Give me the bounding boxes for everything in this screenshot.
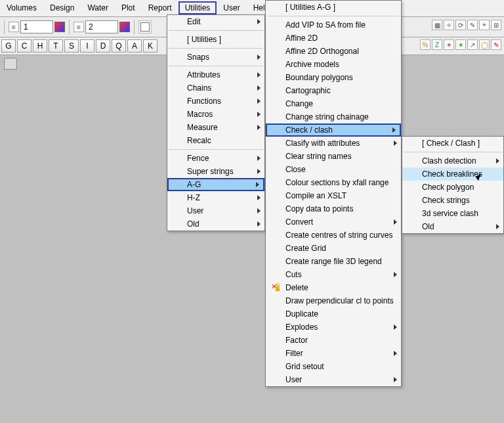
menu-item[interactable]: Factor	[266, 334, 401, 347]
toolbar-input-2[interactable]	[85, 20, 118, 33]
key-a[interactable]: A	[127, 39, 142, 53]
menu-item[interactable]: Colour sections by xfall range	[266, 176, 401, 189]
menu-item[interactable]: Change string chainage	[266, 110, 401, 123]
tool-icon[interactable]: ⌖	[479, 20, 490, 30]
menu-item[interactable]: Old	[167, 217, 264, 231]
menu-item[interactable]: Snaps	[167, 51, 264, 64]
menu-water[interactable]: Water	[81, 1, 115, 14]
menu-item[interactable]: Duplicate	[266, 307, 401, 321]
menu-item[interactable]: Archive models	[266, 58, 401, 71]
menu-item[interactable]: 3d service clash	[402, 207, 503, 220]
layer-icon-2[interactable]: ≡	[74, 22, 84, 32]
key-g[interactable]: G	[1, 39, 16, 53]
key-k[interactable]: K	[143, 39, 158, 53]
menu-item[interactable]: User	[167, 204, 264, 217]
toolbar-btn[interactable]	[138, 20, 152, 33]
menu-item[interactable]: Functions	[167, 95, 264, 108]
menu-item[interactable]: Check polygon	[402, 181, 503, 194]
key-q[interactable]: Q	[112, 39, 126, 53]
tool-icon[interactable]: ✎	[467, 20, 478, 30]
tool-icon[interactable]: ◯	[479, 39, 490, 50]
tool-icon[interactable]: ▦	[432, 20, 442, 30]
view-tab[interactable]	[4, 58, 17, 70]
menu-item[interactable]: Check strings	[402, 194, 503, 207]
menu-item-label: Colour sections by xfall range	[285, 178, 388, 187]
menu-volumes[interactable]: Volumes	[0, 1, 43, 14]
menu-item[interactable]: [ Utilities A-G ]	[266, 1, 401, 14]
menu-item-label: Copy data to points	[285, 204, 353, 213]
menu-item[interactable]: Create Grid	[266, 242, 401, 255]
tool-icon[interactable]: ⊞	[491, 20, 501, 30]
menu-report[interactable]: Report	[142, 1, 178, 14]
menu-item-label: Compile an XSLT	[285, 191, 346, 200]
menu-item[interactable]: Clasify with attributes	[266, 137, 401, 150]
menu-item[interactable]: Fence	[167, 152, 264, 165]
menu-item[interactable]: Explodes	[266, 321, 401, 334]
menu-plot[interactable]: Plot	[115, 1, 142, 14]
menu-item-label: User	[187, 206, 203, 215]
toolbar-input-1[interactable]	[20, 20, 53, 33]
menu-user[interactable]: User	[217, 1, 246, 14]
menu-item[interactable]: Add VIP to SA from file	[266, 18, 401, 32]
menu-item[interactable]: Change	[266, 97, 401, 110]
menu-item[interactable]: Clear string names	[266, 150, 401, 163]
menu-item[interactable]: Clash detection	[402, 154, 503, 167]
key-h[interactable]: H	[33, 39, 47, 53]
menu-item[interactable]: Affine 2D	[266, 32, 401, 45]
menu-item-label: Create Grid	[285, 244, 326, 253]
tool-icon[interactable]: ✶	[444, 39, 454, 50]
menu-item[interactable]: Cuts	[266, 268, 401, 281]
tool-icon[interactable]: ⟳	[455, 20, 466, 30]
menu-item[interactable]: Draw perpendicular cl to points	[266, 294, 401, 307]
menu-item[interactable]: Compile an XSLT	[266, 189, 401, 202]
menu-item-label: Delete	[285, 283, 308, 292]
layer-icon[interactable]: ≡	[9, 22, 19, 32]
menu-item-label: 3d service clash	[422, 209, 478, 218]
key-d[interactable]: D	[96, 39, 110, 53]
menu-item[interactable]: [ Check / Clash ]	[402, 137, 503, 150]
menu-item[interactable]: Cartographic	[266, 84, 401, 97]
menu-item[interactable]: Copy data to points	[266, 202, 401, 215]
menu-item[interactable]: Macros	[167, 108, 264, 121]
menu-utilities[interactable]: Utilities	[178, 1, 217, 14]
menu-design[interactable]: Design	[43, 1, 81, 14]
menu-item[interactable]: Check breaklines	[402, 167, 503, 181]
menu-item[interactable]: Convert	[266, 215, 401, 229]
tool-icon[interactable]: ✎	[491, 39, 501, 50]
menu-separator	[169, 30, 263, 31]
menu-item[interactable]: Super strings	[167, 165, 264, 178]
color-swatch-1[interactable]	[54, 22, 65, 32]
menu-item[interactable]: User	[266, 373, 401, 386]
menu-item[interactable]: Recalc	[167, 134, 264, 147]
menu-separator	[404, 152, 502, 152]
menu-item[interactable]: Old	[402, 220, 503, 233]
menu-item[interactable]: Boundary polygons	[266, 71, 401, 84]
key-c[interactable]: C	[17, 39, 32, 53]
tool-icon[interactable]: %	[420, 39, 430, 50]
menu-item[interactable]: Attributes	[167, 68, 264, 81]
menu-item[interactable]: Chains	[167, 81, 264, 95]
color-swatch-2[interactable]	[119, 22, 130, 32]
key-i[interactable]: I	[80, 39, 94, 53]
menu-item[interactable]: Delete	[266, 281, 401, 294]
menu-item[interactable]: Close	[266, 163, 401, 176]
tool-icon[interactable]: Z	[432, 39, 442, 50]
menu-item[interactable]: A-G	[167, 178, 264, 191]
key-t[interactable]: T	[49, 39, 63, 53]
menu-item-label: Draw perpendicular cl to points	[285, 296, 394, 305]
menu-item[interactable]: Edit	[167, 15, 264, 28]
menu-item[interactable]: Check / clash	[266, 123, 401, 137]
menu-item[interactable]: H-Z	[167, 191, 264, 204]
menu-item[interactable]: [ Utilities ]	[167, 33, 264, 46]
menu-item[interactable]: Create range file 3D legend	[266, 255, 401, 268]
menu-item-label: Recalc	[187, 136, 211, 145]
key-s[interactable]: S	[64, 39, 79, 53]
tool-icon[interactable]: ✶	[455, 39, 466, 50]
tool-icon[interactable]: ↗	[467, 39, 478, 50]
menu-item[interactable]: Filter	[266, 347, 401, 360]
menu-item[interactable]: Affine 2D Orthogonal	[266, 45, 401, 58]
menu-item[interactable]: Grid setout	[266, 360, 401, 373]
menu-item[interactable]: Create centres of string curves	[266, 229, 401, 242]
tool-icon[interactable]: ✧	[444, 20, 454, 30]
menu-item[interactable]: Measure	[167, 121, 264, 134]
